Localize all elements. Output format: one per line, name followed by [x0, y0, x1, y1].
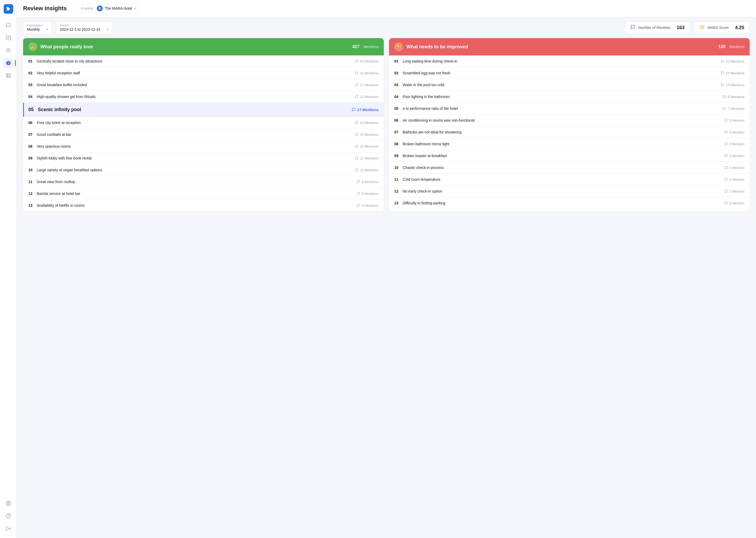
row-number: 01: [394, 59, 403, 63]
reviews-label: Number of Reviews: [638, 26, 670, 30]
improve-card-count: 130: [718, 44, 725, 49]
row-mentions: 33 Mentions: [355, 71, 379, 75]
report-chevron-icon: ▾: [107, 27, 109, 31]
list-item[interactable]: 11 Great view from rooftop 8 Mentions: [23, 176, 384, 188]
list-item[interactable]: 10 Chaotic check-in process 3 Mention: [389, 162, 750, 174]
sidebar-list-icon[interactable]: [3, 32, 14, 43]
list-item[interactable]: 07 Bathtubs are not ideal for showering …: [389, 126, 750, 138]
row-text: Difficulty in finding parking: [403, 201, 725, 205]
sidebar-logout-icon[interactable]: [3, 523, 14, 534]
svg-rect-3: [6, 74, 10, 78]
row-text: Scrambled egg was not fresh: [403, 71, 721, 75]
sidebar-settings-icon[interactable]: [3, 498, 14, 509]
svg-point-1: [7, 49, 9, 50]
row-text: Availability of Netflix in rooms: [37, 203, 357, 207]
report-label: Report:: [60, 24, 109, 27]
sidebar-help-icon[interactable]: [3, 511, 14, 521]
row-mentions: 17 Mentions: [352, 108, 379, 112]
love-card-count: 427: [352, 44, 359, 49]
love-card-title: What people really love: [40, 44, 349, 50]
list-item[interactable]: 08 Broken bathroom mirror light 3 Mentio…: [389, 138, 750, 150]
row-mentions: 22 Mentions: [355, 95, 379, 99]
list-item[interactable]: 06 Air conditioning in rooms was non-fun…: [389, 115, 750, 126]
list-item[interactable]: 02 Scrambled egg was not fresh 17 Mentio…: [389, 67, 750, 79]
row-text: Stylish lobby with free book rental: [37, 156, 355, 160]
list-item[interactable]: 05 Scenic infinity pool 17 Mentions: [23, 103, 384, 117]
page-title: Review Insights: [23, 5, 67, 12]
row-number: 02: [28, 71, 37, 75]
aggregation-chevron-icon: ▾: [46, 27, 48, 31]
main-content: Review Insights Property: The MARA Hotel…: [17, 0, 756, 538]
row-text: Water in the pool too cold: [403, 83, 721, 87]
row-text: Scenic infinity pool: [38, 107, 352, 112]
list-item[interactable]: 12 No early check-in option 2 Mention: [389, 186, 750, 197]
row-text: High-quality shower gel from Rituals: [37, 94, 355, 99]
row-number: 10: [394, 166, 403, 170]
list-item[interactable]: 07 Good cocktails at bar 15 Mentions: [23, 129, 384, 140]
svg-point-4: [8, 503, 9, 504]
property-selector[interactable]: Property: The MARA Hotel ▾: [77, 4, 139, 13]
row-mentions: 4 Mention: [725, 130, 744, 134]
aggregation-label: Aggregation:: [27, 24, 48, 27]
reviews-icon: [631, 25, 635, 31]
row-text: Large variety of vegan breakfast options: [37, 168, 355, 172]
property-label: Property:: [81, 7, 94, 10]
list-item[interactable]: 11 Cold room temperature 3 Mention: [389, 174, 750, 186]
love-card-header: 👍 What people really love 427 Mentions: [23, 38, 384, 55]
row-number: 04: [28, 94, 37, 99]
row-text: Great view from rooftop: [37, 180, 357, 184]
love-card-mentions-label: Mentions: [363, 45, 379, 49]
list-item[interactable]: 01 Long waiting time during check-in 22 …: [389, 55, 750, 67]
list-item[interactable]: 05 e to performance ratio of the hotel 7…: [389, 103, 750, 115]
row-mentions: 11 Mentions: [355, 168, 379, 172]
header: Review Insights Property: The MARA Hotel…: [17, 0, 756, 17]
app-logo[interactable]: [4, 4, 13, 14]
list-item[interactable]: 04 High-quality shower gel from Rituals …: [23, 91, 384, 103]
row-mentions: 8 Mentions: [723, 95, 744, 99]
list-item[interactable]: 09 Stylish lobby with free book rental 1…: [23, 152, 384, 164]
mara-score-label: MARA Score: [708, 26, 729, 30]
list-item[interactable]: 06 Free city ticket at reception 16 Ment…: [23, 117, 384, 129]
content-area: 👍 What people really love 427 Mentions 0…: [17, 38, 756, 538]
list-item[interactable]: 13 Difficulty in finding parking 2 Menti…: [389, 197, 750, 209]
list-item[interactable]: 03 Water in the pool too cold 15 Mention…: [389, 79, 750, 91]
list-item[interactable]: 01 Centrally located close to city attra…: [23, 55, 384, 67]
list-item[interactable]: 09 Broken toaster at breakfast 3 Mention: [389, 150, 750, 162]
list-item[interactable]: 03 Great breakfast buffet included 27 Me…: [23, 79, 384, 91]
list-item[interactable]: 04 Poor lighting in the bathroom 8 Menti…: [389, 91, 750, 103]
row-text: Barista service at hotel bar: [37, 191, 357, 196]
row-number: 01: [28, 59, 37, 63]
row-number: 08: [394, 142, 403, 146]
sidebar-chat-icon[interactable]: [3, 20, 14, 30]
row-number: 07: [28, 133, 37, 136]
row-text: No early check-in option: [403, 189, 725, 193]
property-chevron-icon: ▾: [134, 7, 136, 10]
sidebar-people-icon[interactable]: [3, 45, 14, 56]
sidebar-table-icon[interactable]: [3, 71, 14, 81]
row-mentions: 2 Mention: [725, 201, 744, 205]
list-item[interactable]: 02 Very helpful reception staff 33 Menti…: [23, 67, 384, 79]
row-text: Poor lighting in the bathroom: [403, 94, 723, 99]
row-number: 02: [394, 71, 403, 75]
row-mentions: 8 Mentions: [357, 180, 379, 184]
row-number: 05: [28, 107, 38, 112]
improve-card-mentions-label: Mentions: [730, 45, 744, 49]
row-number: 07: [394, 130, 403, 134]
sidebar-chart-icon[interactable]: [3, 58, 14, 68]
row-text: Good cocktails at bar: [37, 133, 355, 136]
row-number: 12: [394, 189, 403, 193]
star-icon: [700, 25, 705, 31]
sidebar: [0, 0, 17, 538]
list-item[interactable]: 08 Very spacious rooms 15 Mentions: [23, 140, 384, 152]
row-mentions: 5 Mention: [725, 119, 744, 123]
report-select[interactable]: Report: 2023-12-1 to 2023-12-31 ▾: [56, 21, 112, 34]
list-item[interactable]: 13 Availability of Netflix in rooms 4 Me…: [23, 200, 384, 211]
aggregation-select[interactable]: Aggregation: Monthly ▾: [23, 21, 52, 34]
thumbs-down-icon: 👎: [394, 42, 403, 51]
list-item[interactable]: 10 Large variety of vegan breakfast opti…: [23, 164, 384, 176]
row-mentions: 15 Mentions: [355, 133, 379, 136]
row-text: Chaotic check-in process: [403, 166, 725, 170]
row-number: 06: [28, 121, 37, 125]
list-item[interactable]: 12 Barista service at hotel bar 5 Mentio…: [23, 188, 384, 200]
row-mentions: 7 Mentions: [723, 107, 744, 111]
